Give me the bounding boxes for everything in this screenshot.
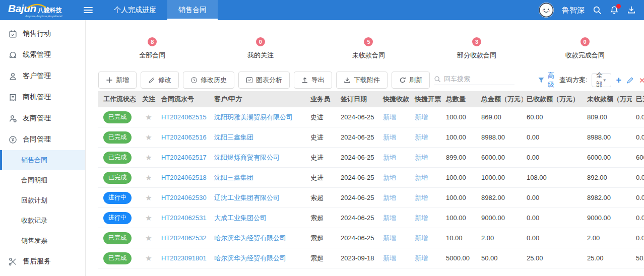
quick-invoice-add-link[interactable]: 新增 (415, 113, 428, 121)
stat-tab-partial-paid-contracts[interactable]: 3部分收款合同 (423, 37, 531, 60)
sidebar-item-contracts[interactable]: 合同管理 (0, 129, 85, 150)
export-button[interactable]: 导出 (294, 72, 332, 89)
status-badge: 已完成 (103, 111, 132, 123)
quick-invoice-add-link[interactable]: 新增 (415, 174, 428, 181)
sidebar-item-partners[interactable]: 友商管理 (0, 108, 85, 129)
salesman-cell: 索超 (306, 214, 337, 223)
add-button[interactable]: 新增 (98, 72, 137, 89)
follow-cell: ★ (139, 214, 159, 223)
contract-no-link[interactable]: HT2024062517 (161, 154, 207, 161)
customer-link[interactable]: 大成工业集团公司 (214, 214, 267, 222)
quick-invoice-add-link[interactable]: 新增 (415, 133, 428, 141)
customer-link[interactable]: 哈尔滨华为经贸有限公司 (214, 234, 286, 242)
contract-no-link[interactable]: HT2024062530 (161, 194, 207, 201)
quick-invoice-add-link[interactable]: 新增 (415, 254, 428, 262)
total-amount-cell: 9000.00 (477, 214, 523, 222)
star-icon[interactable]: ★ (145, 214, 152, 222)
sidebar-item-sales-action[interactable]: 销售行动 (0, 23, 85, 44)
quick-receipt-add-link[interactable]: 新增 (383, 154, 396, 161)
customer-link[interactable]: 沈阳煜烁商贸有限公司 (214, 154, 280, 161)
stat-tab-unpaid-contracts[interactable]: 5未收款合同 (314, 37, 423, 60)
quick-receipt-add-link[interactable]: 新增 (383, 254, 396, 262)
stat-tab-my-follow[interactable]: 0我的关注 (207, 37, 315, 60)
edit-scheme-button[interactable] (626, 77, 634, 84)
download-attachment-button[interactable]: 下载附件 (336, 72, 388, 89)
sidebar-item-kpi[interactable]: 业绩指标 (0, 272, 85, 276)
customer-link[interactable]: 辽沈工业集团有限公司 (214, 194, 280, 201)
quick-receipt-cell: 新增 (379, 254, 411, 263)
user-name[interactable]: 鲁智深 (562, 6, 585, 15)
contract-no-link[interactable]: HT2024062518 (161, 174, 207, 181)
sidebar-item-opportunities[interactable]: 商机管理 (0, 87, 85, 108)
tab-sales-contract[interactable]: 销售合同 (167, 0, 218, 20)
button-label: 修改历史 (201, 76, 227, 85)
contract-no-link[interactable]: HT2024062532 (161, 234, 207, 242)
refresh-button[interactable]: 刷新 (392, 72, 430, 89)
sidebar-item-receipt-record[interactable]: 收款记录 (0, 211, 85, 231)
quick-receipt-add-link[interactable]: 新增 (383, 174, 396, 181)
query-scheme-select[interactable]: 全部 ▼ (592, 73, 611, 87)
sidebar-item-contract-detail[interactable]: 合同明细 (0, 170, 85, 190)
sidebar-item-after-sales[interactable]: 售后服务 (0, 251, 85, 272)
avatar[interactable] (539, 3, 554, 18)
sidebar-item-payment-plan[interactable]: 回款计划 (0, 190, 85, 211)
chart-analysis-button[interactable]: 图表分析 (238, 72, 290, 89)
modify-history-button[interactable]: 修改历史 (183, 72, 234, 89)
query-scheme-label: 查询方案: (559, 76, 588, 85)
button-label: 导出 (311, 76, 325, 85)
add-scheme-button[interactable]: + (616, 76, 622, 85)
star-icon[interactable]: ★ (145, 153, 152, 162)
quick-receipt-add-link[interactable]: 新增 (383, 214, 396, 222)
customer-link[interactable]: 沈阳玥雅美澜贸易有限公司 (214, 113, 293, 121)
received-amount-cell: 0.00 (523, 234, 583, 242)
customer-link[interactable]: 沈阳三鑫集团 (214, 174, 253, 181)
search-input[interactable] (444, 75, 514, 83)
quick-receipt-add-link[interactable]: 新增 (383, 113, 396, 121)
star-icon[interactable]: ★ (145, 113, 152, 121)
quick-receipt-add-link[interactable]: 新增 (383, 194, 396, 201)
quick-invoice-add-link[interactable]: 新增 (415, 234, 428, 242)
sidebar-item-label: 商机管理 (23, 93, 51, 102)
total-amount-cell: 2.00 (477, 234, 523, 242)
quick-receipt-add-link[interactable]: 新增 (383, 133, 396, 141)
sidebar-item-sales-invoice[interactable]: 销售发票 (0, 231, 85, 251)
quick-receipt-add-link[interactable]: 新增 (383, 234, 396, 242)
stat-tab-all-contracts[interactable]: 8全部合同 (98, 37, 207, 60)
advanced-search-link[interactable]: 高级 (548, 71, 554, 89)
star-icon[interactable]: ★ (145, 173, 152, 182)
customer-link[interactable]: 哈尔滨华为经贸有限公司 (214, 254, 286, 262)
notifications-bell-icon[interactable] (610, 6, 619, 15)
button-label: 修改 (158, 76, 171, 85)
menu-toggle-icon[interactable] (80, 7, 97, 14)
contract-no-link[interactable]: HT2024062516 (161, 133, 207, 141)
quick-invoice-add-link[interactable]: 新增 (415, 194, 428, 201)
star-icon[interactable]: ★ (145, 254, 152, 262)
contract-no-link[interactable]: HT2024062531 (161, 214, 207, 222)
quick-invoice-add-link[interactable]: 新增 (415, 154, 428, 161)
stat-tab-paid-complete-contracts[interactable]: 0收款完成合同 (531, 37, 639, 60)
customer-cell: 沈阳三鑫集团 (212, 173, 306, 182)
contract-no-link[interactable]: HT2024062515 (161, 113, 207, 121)
workflow-status-cell: 已完成 (98, 111, 139, 123)
tab-personal-progress[interactable]: 个人完成进度 (103, 0, 167, 20)
main-content: 8全部合同0我的关注5未收款合同3部分收款合同0收款完成合同 新增修改修改历史图… (86, 20, 644, 276)
sidebar-item-customers[interactable]: 客户管理 (0, 65, 85, 87)
download-icon[interactable] (627, 6, 636, 15)
contract-no-link[interactable]: HT2023091801 (161, 254, 207, 262)
edit-button[interactable]: 修改 (141, 72, 179, 89)
sidebar-menu: 销售行动线索管理客户管理商机管理友商管理合同管理销售合同合同明细回款计划收款记录… (0, 20, 86, 276)
star-icon[interactable]: ★ (145, 133, 152, 142)
delete-scheme-button[interactable]: ✕ (639, 77, 644, 84)
sidebar-item-sales-contract[interactable]: 销售合同 (0, 150, 85, 170)
export-icon (301, 77, 308, 84)
sidebar-item-leads[interactable]: 线索管理 (0, 44, 85, 65)
quick-receipt-cell: 新增 (379, 193, 411, 202)
star-icon[interactable]: ★ (145, 234, 152, 242)
search-icon[interactable] (593, 6, 602, 15)
customer-link[interactable]: 沈阳三鑫集团 (214, 133, 253, 141)
unreceived-amount-cell: 8982.00 (583, 194, 632, 201)
filter-funnel-icon[interactable] (538, 77, 545, 84)
star-icon[interactable]: ★ (145, 193, 152, 202)
invoiced-amount-cell: 0.00 (632, 113, 644, 121)
quick-invoice-add-link[interactable]: 新增 (415, 214, 428, 222)
